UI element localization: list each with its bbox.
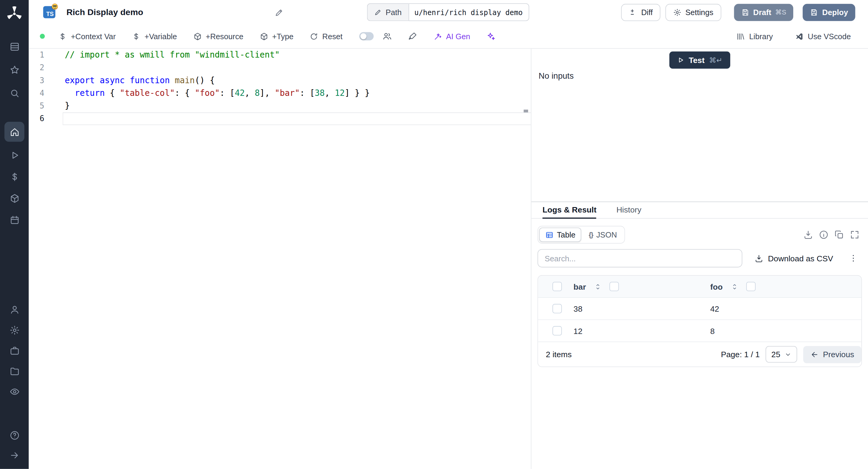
wand-icon — [433, 32, 442, 41]
eye-icon — [9, 386, 20, 397]
column-label: foo — [710, 282, 722, 291]
reset-label: Reset — [322, 32, 342, 41]
tab-logs-result[interactable]: Logs & Result — [542, 202, 596, 219]
sidebar-item-favorites[interactable] — [4, 60, 24, 80]
sparkles-icon — [486, 32, 495, 41]
home-icon — [9, 127, 20, 137]
play-icon — [9, 150, 20, 160]
sidebar-item-variables[interactable] — [4, 167, 24, 187]
add-variable-button[interactable]: +Variable — [132, 32, 177, 41]
library-label: Library — [749, 32, 773, 41]
kebab-icon — [849, 253, 858, 263]
code-line[interactable]: 2 — [29, 61, 531, 74]
checkbox[interactable] — [746, 282, 755, 291]
library-button[interactable]: Library — [736, 32, 773, 41]
dollar-icon — [58, 32, 67, 41]
result-table: barfoo 3842128 2 items Page: 1 / 1 25 — [537, 275, 862, 367]
sidebar-item-schedules[interactable] — [4, 210, 24, 230]
editor-toolbar: +Context Var +Variable +Resource +Type R… — [29, 24, 868, 49]
code-lines: 1// import * as wmill from "windmill-cli… — [29, 49, 531, 125]
sidebar-expand-button[interactable] — [4, 445, 24, 465]
column-header-foo[interactable]: foo — [706, 282, 861, 291]
use-vscode-button[interactable]: Use VScode — [795, 32, 851, 41]
copy-result-button[interactable] — [834, 230, 844, 240]
reset-button[interactable]: Reset — [310, 32, 342, 41]
line-number: 4 — [29, 87, 63, 99]
view-table-button[interactable]: Table — [539, 227, 581, 242]
settings-button[interactable]: Settings — [665, 4, 721, 21]
code-editor[interactable]: 1// import * as wmill from "windmill-cli… — [29, 49, 532, 469]
column-label: bar — [574, 282, 586, 291]
code-line[interactable]: 4 return { "table-col": { "foo": [42, 8]… — [29, 87, 531, 99]
use-vscode-label: Use VScode — [808, 32, 851, 41]
sidebar-item-runs[interactable] — [4, 145, 24, 165]
code-line[interactable]: 3export async function main() { — [29, 74, 531, 87]
sidebar-item-help[interactable] — [4, 425, 24, 445]
items-count: 2 items — [546, 350, 572, 359]
download-icon — [755, 254, 764, 262]
previous-page-button[interactable]: Previous — [803, 346, 861, 363]
sort-icon[interactable] — [594, 283, 601, 290]
vscode-icon — [795, 32, 804, 41]
code-line[interactable]: 1// import * as wmill from "windmill-cli… — [29, 49, 531, 61]
path-edit-button[interactable]: Path — [367, 3, 408, 21]
checkbox[interactable] — [553, 304, 562, 313]
download-csv-button[interactable]: Download as CSV — [755, 254, 833, 262]
ai-gen-button[interactable]: AI Gen — [433, 32, 470, 41]
table-menu-button[interactable] — [849, 253, 858, 263]
table-search-row: Download as CSV — [531, 244, 868, 268]
column-header-bar[interactable]: bar — [569, 282, 706, 291]
table-row[interactable]: 3842 — [538, 298, 861, 320]
table-cell: 38 — [569, 304, 706, 313]
expand-icon — [849, 230, 860, 240]
expand-result-button[interactable] — [849, 230, 860, 240]
test-button[interactable]: Test ⌘↵ — [670, 52, 730, 69]
edit-summary-button[interactable] — [274, 7, 284, 17]
toggle-switch[interactable] — [359, 32, 374, 41]
code-line[interactable]: 5} — [29, 100, 531, 113]
star-icon — [9, 64, 20, 75]
page-size-select[interactable]: 25 — [766, 346, 797, 363]
checkbox[interactable] — [609, 282, 618, 291]
add-type-button[interactable]: +Type — [259, 32, 293, 41]
download-csv-label: Download as CSV — [768, 254, 833, 262]
sidebar-item-resources[interactable] — [4, 188, 24, 208]
draft-label: Draft — [753, 8, 771, 17]
path-group: Path — [367, 3, 529, 21]
tab-history[interactable]: History — [616, 202, 641, 218]
test-label: Test — [689, 56, 705, 64]
deploy-button[interactable]: Deploy — [803, 4, 855, 21]
code-text: export async function main() { — [63, 74, 531, 87]
diff-button[interactable]: Diff — [621, 4, 660, 21]
apps-icon — [9, 41, 20, 52]
checkbox[interactable] — [553, 326, 562, 336]
ai-sparkles-button[interactable] — [486, 32, 495, 41]
result-info-button[interactable] — [818, 230, 829, 240]
sidebar-item-search[interactable] — [4, 83, 24, 103]
search-input[interactable] — [537, 249, 742, 268]
line-number: 2 — [29, 61, 63, 74]
sidebar-item-users[interactable] — [4, 300, 24, 319]
add-resource-button[interactable]: +Resource — [193, 32, 243, 41]
windmill-logo-icon[interactable] — [5, 4, 24, 23]
add-context-var-button[interactable]: +Context Var — [58, 32, 116, 41]
library-icon — [736, 32, 745, 41]
collaborators-button[interactable] — [382, 32, 392, 41]
sidebar-item-settings[interactable] — [4, 320, 24, 340]
download-result-button[interactable] — [803, 230, 813, 240]
sort-icon[interactable] — [731, 283, 738, 290]
sidebar-item-home[interactable] — [4, 122, 24, 142]
sidebar-item-audit-logs[interactable] — [4, 381, 24, 401]
sidebar-item-apps[interactable] — [4, 36, 24, 56]
view-json-button[interactable]: {} JSON — [583, 227, 623, 242]
checkbox[interactable] — [553, 282, 562, 291]
sidebar-item-workers[interactable] — [4, 341, 24, 361]
package-icon — [193, 32, 202, 41]
right-panel: Test ⌘↵ No inputs Logs & Result History — [531, 49, 868, 469]
format-button[interactable] — [408, 32, 417, 41]
code-line[interactable]: 6 — [29, 113, 531, 125]
sidebar-item-folders[interactable] — [4, 361, 24, 381]
path-input[interactable] — [408, 3, 529, 21]
table-row[interactable]: 128 — [538, 320, 861, 342]
draft-button[interactable]: Draft ⌘S — [734, 4, 794, 21]
